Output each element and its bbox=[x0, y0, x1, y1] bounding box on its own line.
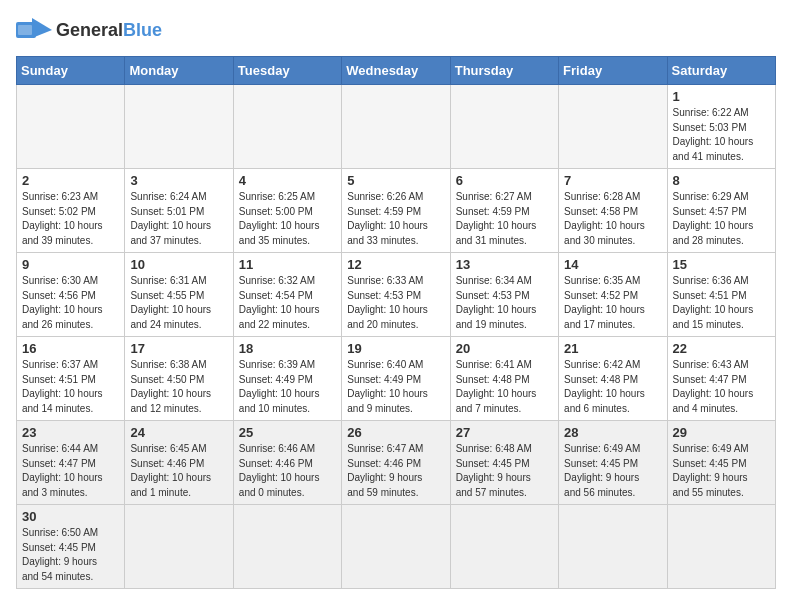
calendar-cell: 30Sunrise: 6:50 AM Sunset: 4:45 PM Dayli… bbox=[17, 505, 125, 589]
day-number: 24 bbox=[130, 425, 227, 440]
day-number: 30 bbox=[22, 509, 119, 524]
day-info: Sunrise: 6:24 AM Sunset: 5:01 PM Dayligh… bbox=[130, 190, 227, 248]
calendar-cell bbox=[233, 505, 341, 589]
day-info: Sunrise: 6:42 AM Sunset: 4:48 PM Dayligh… bbox=[564, 358, 661, 416]
day-info: Sunrise: 6:31 AM Sunset: 4:55 PM Dayligh… bbox=[130, 274, 227, 332]
calendar-cell: 29Sunrise: 6:49 AM Sunset: 4:45 PM Dayli… bbox=[667, 421, 775, 505]
day-info: Sunrise: 6:47 AM Sunset: 4:46 PM Dayligh… bbox=[347, 442, 444, 500]
logo-text: GeneralBlue bbox=[56, 20, 162, 41]
calendar-cell: 18Sunrise: 6:39 AM Sunset: 4:49 PM Dayli… bbox=[233, 337, 341, 421]
calendar-cell: 16Sunrise: 6:37 AM Sunset: 4:51 PM Dayli… bbox=[17, 337, 125, 421]
day-number: 17 bbox=[130, 341, 227, 356]
calendar-row: 23Sunrise: 6:44 AM Sunset: 4:47 PM Dayli… bbox=[17, 421, 776, 505]
day-number: 21 bbox=[564, 341, 661, 356]
day-number: 15 bbox=[673, 257, 770, 272]
weekday-header: Tuesday bbox=[233, 57, 341, 85]
day-info: Sunrise: 6:38 AM Sunset: 4:50 PM Dayligh… bbox=[130, 358, 227, 416]
calendar-cell bbox=[233, 85, 341, 169]
day-info: Sunrise: 6:29 AM Sunset: 4:57 PM Dayligh… bbox=[673, 190, 770, 248]
day-number: 7 bbox=[564, 173, 661, 188]
calendar-cell bbox=[342, 505, 450, 589]
day-info: Sunrise: 6:50 AM Sunset: 4:45 PM Dayligh… bbox=[22, 526, 119, 584]
weekday-header: Monday bbox=[125, 57, 233, 85]
calendar-cell bbox=[125, 505, 233, 589]
calendar-cell: 19Sunrise: 6:40 AM Sunset: 4:49 PM Dayli… bbox=[342, 337, 450, 421]
day-info: Sunrise: 6:41 AM Sunset: 4:48 PM Dayligh… bbox=[456, 358, 553, 416]
calendar-cell: 23Sunrise: 6:44 AM Sunset: 4:47 PM Dayli… bbox=[17, 421, 125, 505]
calendar-row: 30Sunrise: 6:50 AM Sunset: 4:45 PM Dayli… bbox=[17, 505, 776, 589]
day-number: 8 bbox=[673, 173, 770, 188]
day-number: 1 bbox=[673, 89, 770, 104]
calendar-cell: 15Sunrise: 6:36 AM Sunset: 4:51 PM Dayli… bbox=[667, 253, 775, 337]
day-info: Sunrise: 6:37 AM Sunset: 4:51 PM Dayligh… bbox=[22, 358, 119, 416]
calendar-row: 16Sunrise: 6:37 AM Sunset: 4:51 PM Dayli… bbox=[17, 337, 776, 421]
day-number: 4 bbox=[239, 173, 336, 188]
svg-rect-2 bbox=[18, 25, 32, 35]
day-info: Sunrise: 6:23 AM Sunset: 5:02 PM Dayligh… bbox=[22, 190, 119, 248]
calendar-cell bbox=[450, 505, 558, 589]
calendar-cell: 7Sunrise: 6:28 AM Sunset: 4:58 PM Daylig… bbox=[559, 169, 667, 253]
day-number: 27 bbox=[456, 425, 553, 440]
calendar-cell: 24Sunrise: 6:45 AM Sunset: 4:46 PM Dayli… bbox=[125, 421, 233, 505]
calendar-cell: 9Sunrise: 6:30 AM Sunset: 4:56 PM Daylig… bbox=[17, 253, 125, 337]
calendar: SundayMondayTuesdayWednesdayThursdayFrid… bbox=[16, 56, 776, 589]
day-number: 19 bbox=[347, 341, 444, 356]
day-number: 14 bbox=[564, 257, 661, 272]
calendar-cell bbox=[559, 85, 667, 169]
calendar-cell: 4Sunrise: 6:25 AM Sunset: 5:00 PM Daylig… bbox=[233, 169, 341, 253]
calendar-row: 9Sunrise: 6:30 AM Sunset: 4:56 PM Daylig… bbox=[17, 253, 776, 337]
logo: GeneralBlue bbox=[16, 16, 162, 44]
calendar-cell: 6Sunrise: 6:27 AM Sunset: 4:59 PM Daylig… bbox=[450, 169, 558, 253]
day-info: Sunrise: 6:28 AM Sunset: 4:58 PM Dayligh… bbox=[564, 190, 661, 248]
calendar-cell: 11Sunrise: 6:32 AM Sunset: 4:54 PM Dayli… bbox=[233, 253, 341, 337]
day-number: 6 bbox=[456, 173, 553, 188]
calendar-cell: 20Sunrise: 6:41 AM Sunset: 4:48 PM Dayli… bbox=[450, 337, 558, 421]
day-number: 28 bbox=[564, 425, 661, 440]
day-info: Sunrise: 6:39 AM Sunset: 4:49 PM Dayligh… bbox=[239, 358, 336, 416]
logo-icon bbox=[16, 16, 52, 44]
day-info: Sunrise: 6:49 AM Sunset: 4:45 PM Dayligh… bbox=[564, 442, 661, 500]
weekday-header: Wednesday bbox=[342, 57, 450, 85]
calendar-cell: 28Sunrise: 6:49 AM Sunset: 4:45 PM Dayli… bbox=[559, 421, 667, 505]
calendar-cell: 5Sunrise: 6:26 AM Sunset: 4:59 PM Daylig… bbox=[342, 169, 450, 253]
calendar-cell: 8Sunrise: 6:29 AM Sunset: 4:57 PM Daylig… bbox=[667, 169, 775, 253]
day-info: Sunrise: 6:49 AM Sunset: 4:45 PM Dayligh… bbox=[673, 442, 770, 500]
day-info: Sunrise: 6:34 AM Sunset: 4:53 PM Dayligh… bbox=[456, 274, 553, 332]
day-number: 16 bbox=[22, 341, 119, 356]
day-number: 23 bbox=[22, 425, 119, 440]
day-number: 22 bbox=[673, 341, 770, 356]
weekday-header: Sunday bbox=[17, 57, 125, 85]
day-info: Sunrise: 6:45 AM Sunset: 4:46 PM Dayligh… bbox=[130, 442, 227, 500]
day-info: Sunrise: 6:33 AM Sunset: 4:53 PM Dayligh… bbox=[347, 274, 444, 332]
calendar-cell: 10Sunrise: 6:31 AM Sunset: 4:55 PM Dayli… bbox=[125, 253, 233, 337]
calendar-cell: 17Sunrise: 6:38 AM Sunset: 4:50 PM Dayli… bbox=[125, 337, 233, 421]
day-info: Sunrise: 6:32 AM Sunset: 4:54 PM Dayligh… bbox=[239, 274, 336, 332]
day-info: Sunrise: 6:26 AM Sunset: 4:59 PM Dayligh… bbox=[347, 190, 444, 248]
calendar-cell: 1Sunrise: 6:22 AM Sunset: 5:03 PM Daylig… bbox=[667, 85, 775, 169]
calendar-cell: 27Sunrise: 6:48 AM Sunset: 4:45 PM Dayli… bbox=[450, 421, 558, 505]
day-info: Sunrise: 6:40 AM Sunset: 4:49 PM Dayligh… bbox=[347, 358, 444, 416]
day-info: Sunrise: 6:36 AM Sunset: 4:51 PM Dayligh… bbox=[673, 274, 770, 332]
calendar-cell: 22Sunrise: 6:43 AM Sunset: 4:47 PM Dayli… bbox=[667, 337, 775, 421]
day-info: Sunrise: 6:48 AM Sunset: 4:45 PM Dayligh… bbox=[456, 442, 553, 500]
calendar-cell bbox=[17, 85, 125, 169]
day-info: Sunrise: 6:22 AM Sunset: 5:03 PM Dayligh… bbox=[673, 106, 770, 164]
calendar-cell: 13Sunrise: 6:34 AM Sunset: 4:53 PM Dayli… bbox=[450, 253, 558, 337]
calendar-row: 2Sunrise: 6:23 AM Sunset: 5:02 PM Daylig… bbox=[17, 169, 776, 253]
day-info: Sunrise: 6:44 AM Sunset: 4:47 PM Dayligh… bbox=[22, 442, 119, 500]
calendar-cell: 25Sunrise: 6:46 AM Sunset: 4:46 PM Dayli… bbox=[233, 421, 341, 505]
day-number: 13 bbox=[456, 257, 553, 272]
day-info: Sunrise: 6:25 AM Sunset: 5:00 PM Dayligh… bbox=[239, 190, 336, 248]
calendar-cell: 21Sunrise: 6:42 AM Sunset: 4:48 PM Dayli… bbox=[559, 337, 667, 421]
day-number: 5 bbox=[347, 173, 444, 188]
day-number: 10 bbox=[130, 257, 227, 272]
day-number: 25 bbox=[239, 425, 336, 440]
calendar-cell: 2Sunrise: 6:23 AM Sunset: 5:02 PM Daylig… bbox=[17, 169, 125, 253]
calendar-cell bbox=[667, 505, 775, 589]
day-info: Sunrise: 6:30 AM Sunset: 4:56 PM Dayligh… bbox=[22, 274, 119, 332]
calendar-cell bbox=[342, 85, 450, 169]
weekday-header: Friday bbox=[559, 57, 667, 85]
calendar-cell: 26Sunrise: 6:47 AM Sunset: 4:46 PM Dayli… bbox=[342, 421, 450, 505]
calendar-cell: 14Sunrise: 6:35 AM Sunset: 4:52 PM Dayli… bbox=[559, 253, 667, 337]
day-number: 2 bbox=[22, 173, 119, 188]
